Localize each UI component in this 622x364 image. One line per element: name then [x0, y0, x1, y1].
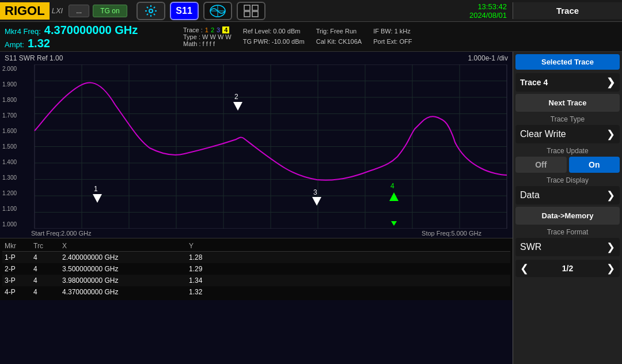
clear-write-selector[interactable]: Clear Write ❯ [515, 125, 620, 143]
chart-title: S11 SWR Ref 1.00 [5, 54, 63, 62]
table-row: 1-P 4 2.400000000 GHz 1.28 [2, 252, 510, 263]
table-header: Mkr Trc X Y [2, 241, 510, 252]
table-row: 3-P 4 3.980000000 GHz 1.34 [2, 275, 510, 286]
svg-rect-5 [252, 5, 258, 10]
stop-freq: Stop Freq:5.000 GHz [422, 230, 481, 237]
main-layout: S11 SWR Ref 1.00 1.000e-1 /div 2.000 1.9… [0, 52, 622, 364]
grid-button[interactable] [237, 2, 266, 20]
trace-update-toggle: Off On [515, 157, 620, 173]
chart-area: S11 SWR Ref 1.00 1.000e-1 /div 2.000 1.9… [0, 52, 513, 364]
if-info: IF BW: 1 kHz Port Ext: OFF [373, 26, 412, 47]
ampt-label: Ampt: [5, 40, 24, 49]
trace-display-label: Trace Display [514, 176, 621, 184]
lxi-label: LXI [52, 6, 63, 15]
rigol-logo: RIGOL [0, 2, 50, 20]
selected-trace-label: Selected Trace [515, 54, 620, 70]
freq-value: 4.370000000 GHz [44, 24, 138, 37]
right-panel: Selected Trace Trace 4 ❯ Next Trace Trac… [513, 52, 622, 364]
trace-update-label: Trace Update [514, 147, 621, 155]
trace4-label: Trace 4 [520, 78, 548, 87]
next-page-button[interactable]: ❯ [606, 262, 615, 275]
type-info: Type : W W W W [183, 33, 232, 40]
marker-2-label: 2 [234, 93, 238, 101]
svg-rect-4 [244, 5, 250, 10]
data-label: Data [520, 190, 540, 200]
clear-write-arrow-icon: ❯ [606, 128, 615, 141]
s11-button[interactable]: S11 [170, 2, 199, 20]
y-axis-labels: 2.000 1.900 1.800 1.700 1.600 1.500 1.40… [0, 65, 29, 229]
format-arrow-icon: ❯ [606, 241, 615, 253]
data-table: Mkr Trc X Y 1-P 4 2.400000000 GHz 1.28 2… [0, 238, 513, 300]
next-trace-button[interactable]: Next Trace [515, 94, 620, 112]
trig-info: Trig: Free Run Cal Kit: CK106A [316, 26, 362, 47]
trace4-selector[interactable]: Trace 4 ❯ [515, 73, 620, 92]
trace-format-selector[interactable]: SWR ❯ [515, 238, 620, 256]
data-arrow-icon: ❯ [606, 189, 615, 202]
swr-label: SWR [520, 242, 541, 252]
math-info: Math : f f f f [183, 40, 232, 47]
mkr-freq-label: Mkr4 Freq: [5, 27, 41, 36]
chart-svg: 1 2 3 4 [29, 65, 513, 229]
dots-button[interactable]: ... [69, 5, 89, 17]
table-row: 2-P 4 3.500000000 GHz 1.29 [2, 263, 510, 275]
ref-div: 1.000e-1 /div [468, 54, 508, 62]
data-memory-button[interactable]: Data->Memory [515, 207, 620, 225]
trace-type-label: Trace Type [514, 115, 621, 123]
page-number: 1/2 [562, 264, 573, 273]
prev-page-button[interactable]: ❮ [520, 262, 529, 275]
trace-info: Trace : 1 2 3 4 Type : W W W W Math : f … [183, 26, 232, 47]
svg-rect-7 [252, 12, 258, 17]
chart-header: S11 SWR Ref 1.00 1.000e-1 /div [0, 52, 513, 65]
ref-info: Ref Level: 0.00 dBm TG PWR: -10.00 dBm [243, 26, 305, 47]
freq-labels: Start Freq:2.000 GHz Stop Freq:5.000 GHz [0, 229, 513, 238]
marker-4-label: 4 [390, 182, 395, 190]
info-bar: Mkr4 Freq: 4.370000000 GHz Ampt: 1.32 Tr… [0, 22, 622, 52]
ampt-value: 1.32 [28, 37, 50, 50]
panel-title: Trace [513, 2, 622, 19]
pagination: ❮ 1/2 ❯ [515, 260, 620, 277]
marker-3-label: 3 [313, 188, 317, 196]
svg-point-0 [149, 9, 153, 13]
trace-format-label: Trace Format [514, 228, 621, 236]
clear-write-label: Clear Write [520, 129, 566, 139]
header: RIGOL LXI ... TG on S11 [0, 0, 622, 22]
trace4-arrow-icon: ❯ [606, 76, 615, 89]
trace-display-selector[interactable]: Data ❯ [515, 186, 620, 204]
svg-rect-6 [244, 12, 250, 17]
marker-1-label: 1 [94, 185, 98, 193]
trace-update-on-button[interactable]: On [569, 157, 620, 173]
trace-update-off-button[interactable]: Off [515, 157, 567, 173]
start-freq: Start Freq:2.000 GHz [31, 230, 92, 237]
vna-button[interactable] [203, 2, 232, 20]
table-row: 4-P 4 4.370000000 GHz 1.32 [2, 286, 510, 298]
header-time: 13:53:42 2024/08/01 [469, 2, 513, 20]
settings-icon-btn[interactable] [136, 2, 165, 20]
tg-button[interactable]: TG on [93, 5, 127, 17]
